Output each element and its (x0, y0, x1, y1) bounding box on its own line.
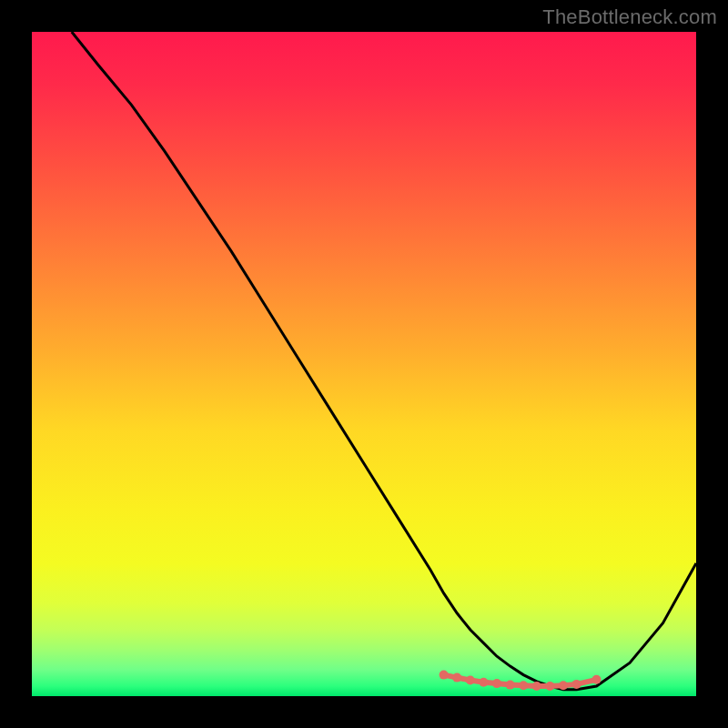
chart-plot-area (32, 32, 696, 696)
highlight-dot (545, 682, 554, 691)
chart-line-curve (72, 32, 696, 690)
highlight-dot (452, 673, 461, 682)
highlight-dot (479, 678, 488, 687)
highlight-dot (559, 681, 568, 690)
watermark-text: TheBottleneck.com (542, 5, 717, 29)
highlight-dot (532, 682, 541, 691)
highlight-dot (466, 676, 475, 685)
highlight-dot (440, 671, 449, 680)
highlight-dot (506, 681, 515, 690)
highlight-dot (519, 681, 528, 690)
chart-svg (32, 32, 696, 696)
highlight-dot (492, 679, 501, 688)
chart-frame: TheBottleneck.com (0, 0, 728, 728)
highlight-dot (592, 675, 602, 684)
highlight-dot (572, 680, 581, 689)
